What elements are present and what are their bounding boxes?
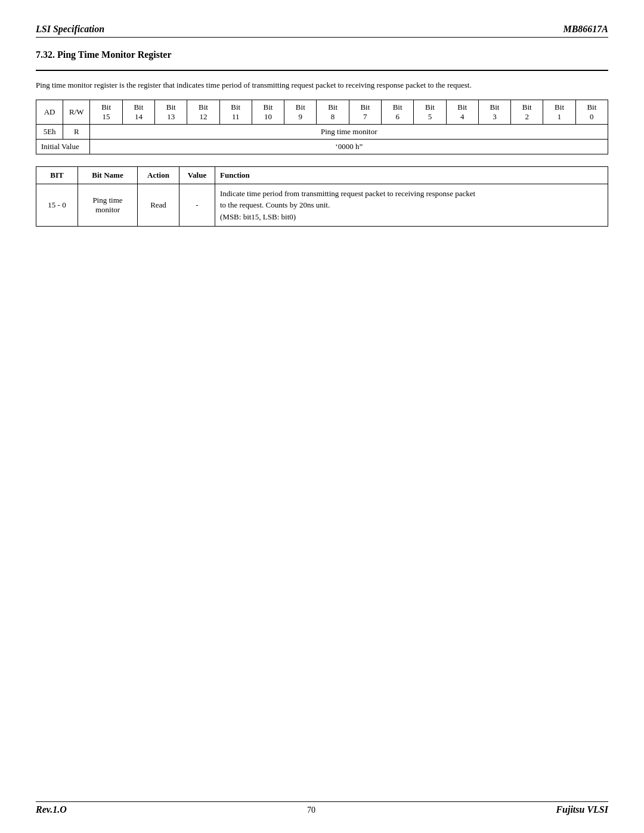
footer-company: Fujitsu VLSI [556,804,608,815]
reg-bit14: Bit14 [122,100,154,124]
bit-table-header-row: BIT Bit Name Action Value Function [36,166,608,184]
reg-bit3: Bit3 [478,100,510,124]
value-col-header: Value [179,166,215,184]
bit-name-line1: Ping time [92,196,122,205]
bit-table: BIT Bit Name Action Value Function 15 - … [36,166,608,227]
reg-bit13: Bit13 [155,100,187,124]
page-container: LSI Specification MB86617A 7.32. Ping Ti… [0,0,644,833]
function-col-header: Function [215,166,608,184]
reg-rw-value: R [63,124,90,139]
function-cell: Indicate time period from transmitting r… [215,184,608,227]
footer-page-number: 70 [307,806,315,815]
reg-bit11: Bit11 [219,100,252,124]
reg-ad-header: AD [36,100,63,124]
function-line2: to the request. Counts by 20ns unit. [220,200,330,209]
reg-ad-value: 5Eh [36,124,63,139]
action-cell: Read [138,184,179,227]
value-cell: - [179,184,215,227]
function-line1: Indicate time period from transmitting r… [220,189,475,198]
footer-revision: Rev.1.O [36,804,67,815]
reg-bit1: Bit1 [543,100,575,124]
reg-bit7: Bit7 [349,100,381,124]
reg-bit9: Bit9 [284,100,317,124]
bit-range: 15 - 0 [36,184,78,227]
reg-bit10: Bit10 [252,100,284,124]
header-title-right: MB86617A [563,24,608,35]
register-row-header: AD R/W Bit15 Bit14 Bit13 Bit12 Bit11 [36,100,608,124]
bitname-col-header: Bit Name [78,166,138,184]
action-col-header: Action [138,166,179,184]
page-footer: Rev.1.O 70 Fujitsu VLSI [36,801,608,815]
reg-ping-time-monitor: Ping time monitor [90,124,608,139]
reg-bit0: Bit0 [575,100,608,124]
reg-bit15: Bit15 [90,100,122,124]
page-header: LSI Specification MB86617A [36,24,608,38]
reg-initial-value: ‘0000 h” [90,139,608,154]
section-title: 7.32. Ping Time Monitor Register [36,49,608,60]
reg-bit12: Bit12 [187,100,219,124]
reg-bit8: Bit8 [317,100,349,124]
register-table: AD R/W Bit15 Bit14 Bit13 Bit12 Bit11 [36,100,608,154]
bit-name-line2: monitor [95,205,120,214]
bit-table-row: 15 - 0 Ping time monitor Read - Indicate… [36,184,608,227]
register-row-initial: Initial Value ‘0000 h” [36,139,608,154]
bit-name-cell: Ping time monitor [78,184,138,227]
reg-bit4: Bit4 [446,100,478,124]
section-divider [36,70,608,71]
section-description: Ping time monitor register is the regist… [36,79,608,91]
reg-bit5: Bit5 [414,100,446,124]
function-line3: (MSB: bit15, LSB: bit0) [220,212,296,221]
register-row-data: 5Eh R Ping time monitor [36,124,608,139]
reg-initial-label: Initial Value [36,139,90,154]
reg-rw-header: R/W [63,100,90,124]
bit-col-header: BIT [36,166,78,184]
reg-bit6: Bit6 [382,100,414,124]
header-title-left: LSI Specification [36,24,104,35]
reg-bit2: Bit2 [511,100,543,124]
